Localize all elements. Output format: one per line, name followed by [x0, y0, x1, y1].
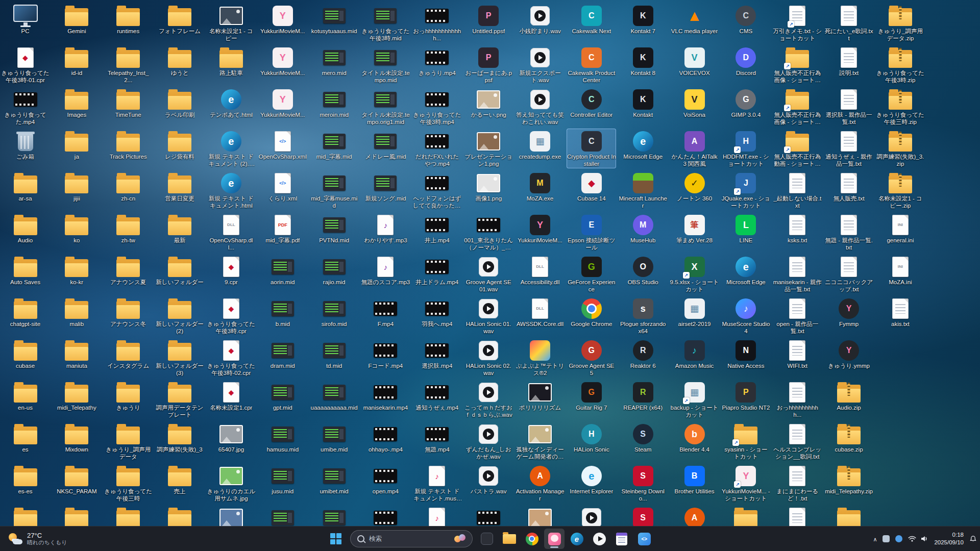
desktop-icon[interactable]: Aかんたん！AITalk 3 関西風 [670, 129, 719, 168]
desktop-icon[interactable]: 無人販売.txt [824, 170, 874, 210]
desktop-icon[interactable]: eMicrosoft Edge [618, 129, 668, 168]
desktop-icon[interactable]: cubase.zip [824, 421, 874, 461]
desktop-icon[interactable]: X↗9.5.xlsx - ショートカット [670, 254, 719, 294]
desktop-icon[interactable]: INIgeneral.ini [875, 212, 925, 252]
desktop-icon[interactable] [824, 505, 874, 527]
desktop-icon[interactable]: sPlogue sforzando x64 [618, 296, 668, 336]
desktop-icon[interactable]: rajio.mid [309, 254, 359, 294]
desktop-icon[interactable]: CCakewalk Next [567, 3, 616, 43]
desktop-icon[interactable]: YFymmp [824, 296, 874, 336]
desktop-icon[interactable]: YYukkuriMovieM... [258, 45, 307, 85]
desktop-icon[interactable]: プレゼンテーション1.png [464, 129, 513, 168]
desktop-icon[interactable]: runtimes [104, 3, 153, 43]
desktop-icon[interactable]: 孤独なインディーゲーム開発者の一生... [516, 421, 565, 461]
desktop-icon[interactable]: 無題.mp4 [412, 421, 462, 461]
desktop-icon[interactable]: 新しいフォルダー [155, 254, 205, 294]
desktop-icon[interactable]: 調声練習(失敗)_3 [155, 421, 205, 461]
desktop-icon[interactable]: 調声練習(失敗)_3.zip [875, 129, 925, 168]
desktop-icon[interactable]: きゅうりのカエル用サムネ.jpg [206, 463, 256, 503]
desktop-icon[interactable]: b.mid [258, 296, 307, 336]
desktop-icon[interactable]: フォトフレーム [155, 3, 205, 43]
desktop-icon[interactable]: DDiscord [721, 45, 771, 85]
desktop-icon[interactable]: e新規 テキスト ドキュメント (2).html [206, 129, 256, 168]
desktop-icon[interactable]: uaaaaaaaaaa.mid [309, 380, 359, 419]
desktop-icon[interactable]: _起動しない場合.txt [773, 170, 822, 210]
desktop-icon[interactable]: TimeTune [104, 87, 153, 127]
desktop-icon[interactable]: Images [52, 87, 102, 127]
desktop-icon[interactable]: 最新 [155, 212, 205, 252]
taskbar-app-edge[interactable]: e [567, 529, 587, 549]
desktop-icon[interactable] [258, 505, 307, 527]
desktop-icon[interactable]: メドレー風.mid [361, 129, 410, 168]
desktop-icon[interactable]: MMuseHub [618, 212, 668, 252]
desktop-icon[interactable]: umibe.mid [309, 421, 359, 461]
desktop-icon[interactable]: タイトル未設定.tempo.orig1.mid [361, 87, 410, 127]
desktop-icon[interactable]: mid_字幕.mid [309, 129, 359, 168]
desktop-icon[interactable]: dram.mid [258, 338, 307, 378]
desktop-icon[interactable]: アナウンス冬 [104, 296, 153, 336]
desktop-icon[interactable]: WIFI.txt [773, 338, 822, 378]
desktop-icon[interactable]: meroin.mid [309, 87, 359, 127]
desktop-icon[interactable]: 井上.mp4 [412, 212, 462, 252]
desktop-icon[interactable]: J↗JQuake.exe - ショートカット [721, 170, 771, 210]
desktop-icon[interactable]: cubase [1, 338, 50, 378]
desktop-icon[interactable]: 通知うぜぇ - 親作品一覧.txt [824, 129, 874, 168]
desktop-icon[interactable]: KKontakt [618, 87, 668, 127]
desktop-icon[interactable]: PUntitled.ppsf [464, 3, 513, 43]
desktop-icon[interactable] [155, 505, 205, 527]
desktop-icon[interactable]: HALion Sonic 02.wav [464, 338, 513, 378]
desktop-icon[interactable]: Audio.zip [824, 380, 874, 419]
taskbar-app-media-player[interactable] [589, 529, 609, 549]
taskbar-app-file-explorer[interactable] [499, 529, 520, 549]
desktop-icon[interactable]: Pおーばーまにあ.ppsf [464, 45, 513, 85]
tray-app-icon-2[interactable] [895, 535, 902, 542]
desktop-icon[interactable]: S [618, 505, 668, 527]
desktop-icon[interactable]: 筆筆まめ Ver.28 [670, 212, 719, 252]
desktop-icon[interactable]: ◆きゅうり食ってた午後3時-01.cpr [1, 45, 50, 85]
desktop-icon[interactable]: ko [52, 212, 102, 252]
desktop-icon[interactable]: SSteinberg Downlo... [618, 463, 668, 503]
desktop-icon[interactable]: Gemini [52, 3, 102, 43]
desktop-icon[interactable]: SSteam [618, 421, 668, 461]
desktop-icon[interactable]: ksks.txt [773, 212, 822, 252]
desktop-icon[interactable]: maniuta [52, 338, 102, 378]
desktop-icon[interactable]: GGroove Agent SE 5 [567, 338, 616, 378]
desktop-icon[interactable]: ↗無人販売不正行為画像 - ショートカッ... [773, 45, 822, 85]
desktop-icon[interactable]: ↗万引きメモ.txt - ショートカット [773, 3, 822, 43]
desktop-icon[interactable]: ◆きゅうり食ってた午後3時.cpr [206, 296, 256, 336]
desktop-icon[interactable]: 名称未設定1 - コピー [206, 3, 256, 43]
tray-app-icon-1[interactable] [883, 535, 890, 542]
desktop-icon[interactable]: Mixdown [52, 421, 102, 461]
desktop-icon[interactable]: Y↗YukkuriMovieM... - ショートカット [721, 463, 771, 503]
desktop-icon[interactable]: </>OpenCvSharp.xml [258, 129, 307, 168]
desktop-icon[interactable]: きゅうり食ってた午後3時.mp4 [412, 87, 462, 127]
desktop-icon[interactable]: ↗syasinn - ショートカット [721, 421, 771, 461]
desktop-icon[interactable] [773, 505, 822, 527]
desktop-icon[interactable]: 001_東北きりたん（ノーマル）_今しゃ... [464, 212, 513, 252]
desktop-icon[interactable]: mid_字幕muse.mid [309, 170, 359, 210]
desktop-icon[interactable]: RReaktor 6 [618, 338, 668, 378]
desktop-icon[interactable]: アナウンス夏 [104, 254, 153, 294]
desktop-icon[interactable]: Audio [1, 212, 50, 252]
desktop-icon[interactable]: GGeForce Experience [567, 254, 616, 294]
desktop-icon[interactable]: CCrypton Product Installer [567, 129, 616, 168]
taskbar-app-chrome[interactable] [522, 529, 542, 549]
desktop-icon[interactable]: きゅうり_調声用データ.zip [875, 3, 925, 43]
desktop-icon[interactable]: 無題 - 親作品一覧.txt [824, 212, 874, 252]
desktop-icon[interactable]: akis.txt [875, 296, 925, 336]
desktop-icon[interactable]: Yきゅうり.ymmp [824, 338, 874, 378]
desktop-icon[interactable]: ポリリリリズム [516, 380, 565, 419]
desktop-icon[interactable]: mero.mid [309, 45, 359, 85]
desktop-icon[interactable]: インスタグラム [104, 338, 153, 378]
desktop-icon[interactable]: NNative Access [721, 338, 771, 378]
desktop-icon[interactable]: VVoiSona [670, 87, 719, 127]
desktop-icon[interactable]: F.mp4 [361, 296, 410, 336]
desktop-icon[interactable]: manisekarin - 親作品一覧.txt [773, 254, 822, 294]
desktop-icon[interactable]: hamusu.mid [258, 421, 307, 461]
desktop-icon[interactable]: OOBS Studio [618, 254, 668, 294]
desktop-icon[interactable]: PPiapro Studio NT2 [721, 380, 771, 419]
desktop-icon[interactable]: ↗無人販売不正行為画像 - ショートカット [773, 87, 822, 127]
desktop-icon[interactable]: sirofo.mid [309, 296, 359, 336]
desktop-icon[interactable]: Auto Saves [1, 254, 50, 294]
desktop-icon[interactable]: EEpson 接続診断ツール [567, 212, 616, 252]
